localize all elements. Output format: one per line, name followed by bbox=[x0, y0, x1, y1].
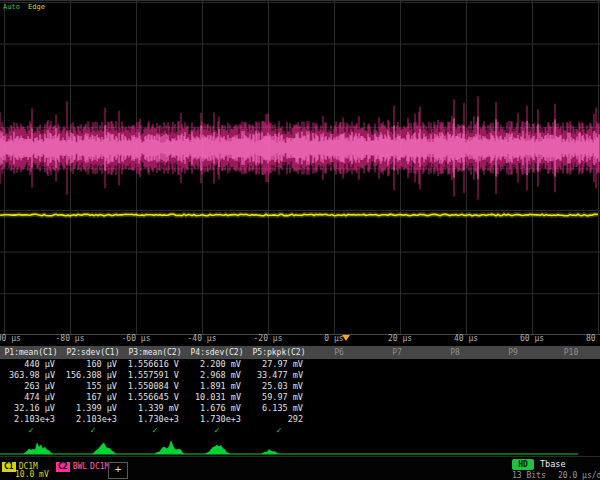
param-header[interactable]: P7 bbox=[368, 346, 426, 359]
stat-value: 1.556616 V bbox=[124, 359, 186, 370]
stat-row-sdev: 32.16 µV1.399 µV1.339 mV1.676 mV6.135 mV bbox=[0, 403, 600, 414]
bottom-bar: C1DC1M 10.0 mV C2BWLDC1M + HD Tbase 13 B… bbox=[0, 456, 600, 480]
time-tick: 0 µs bbox=[324, 334, 343, 343]
measurement-table: P1:mean(C1)P2:sdev(C1)P3:mean(C2)P4:sdev… bbox=[0, 346, 600, 436]
c1-line1: C1DC1M bbox=[2, 458, 49, 469]
adc-bits: 13 Bits bbox=[512, 471, 546, 480]
stat-value: 1.730e+3 bbox=[124, 414, 186, 425]
stat-value bbox=[542, 392, 600, 403]
measure-header-row: P1:mean(C1)P2:sdev(C1)P3:mean(C2)P4:sdev… bbox=[0, 346, 600, 359]
timebase-label[interactable]: Tbase bbox=[540, 459, 566, 469]
stat-value: 1.339 mV bbox=[124, 403, 186, 414]
stat-value: 59.97 mV bbox=[248, 392, 310, 403]
stat-value bbox=[542, 403, 600, 414]
stat-value bbox=[368, 370, 426, 381]
channel1-descriptor[interactable]: C1DC1M 10.0 mV bbox=[2, 458, 49, 480]
stat-row-mean: 363.98 µV156.308 µV1.557591 V2.968 mV33.… bbox=[0, 370, 600, 381]
stat-value: 474 µV bbox=[0, 392, 62, 403]
stat-value bbox=[310, 370, 368, 381]
stat-value: 10.031 mV bbox=[186, 392, 248, 403]
time-tick: 80 µs bbox=[586, 334, 600, 343]
stat-value: 1.891 mV bbox=[186, 381, 248, 392]
time-tick: -80 µs bbox=[56, 334, 85, 343]
stat-value: 1.676 mV bbox=[186, 403, 248, 414]
stat-value bbox=[426, 392, 484, 403]
timebase-scale: 20.0 µs/div bbox=[558, 471, 600, 480]
stat-value: 33.477 mV bbox=[248, 370, 310, 381]
status-check-icon: ✓ bbox=[62, 425, 124, 436]
stat-value: 167 µV bbox=[62, 392, 124, 403]
time-tick: 40 µs bbox=[454, 334, 478, 343]
stat-row-min: 263 µV155 µV1.550084 V1.891 mV25.03 mV bbox=[0, 381, 600, 392]
param-header[interactable]: P1:mean(C1) bbox=[0, 346, 62, 359]
stat-value: 1.399 µV bbox=[62, 403, 124, 414]
stat-value: 160 µV bbox=[62, 359, 124, 370]
stat-row-max: 474 µV167 µV1.556645 V10.031 mV59.97 mV bbox=[0, 392, 600, 403]
stat-value bbox=[310, 381, 368, 392]
time-tick: -20 µs bbox=[254, 334, 283, 343]
stat-value: 263 µV bbox=[0, 381, 62, 392]
param-header[interactable]: P5:pkpk(C2) bbox=[248, 346, 310, 359]
param-header[interactable]: P3:mean(C2) bbox=[124, 346, 186, 359]
waveform-display bbox=[0, 0, 600, 333]
param-header[interactable]: P10 bbox=[542, 346, 600, 359]
stat-value: 292 bbox=[248, 414, 310, 425]
stat-value: 440 µV bbox=[0, 359, 62, 370]
status-check-icon bbox=[484, 425, 542, 436]
histicons bbox=[0, 436, 600, 456]
status-check-icon: ✓ bbox=[124, 425, 186, 436]
stat-value: 363.98 µV bbox=[0, 370, 62, 381]
param-header[interactable]: P4:sdev(C2) bbox=[186, 346, 248, 359]
stat-value bbox=[368, 403, 426, 414]
stat-value bbox=[542, 414, 600, 425]
stat-value: 2.200 mV bbox=[186, 359, 248, 370]
status-check-icon: ✓ bbox=[248, 425, 310, 436]
param-header[interactable]: P8 bbox=[426, 346, 484, 359]
stat-value bbox=[542, 359, 600, 370]
stat-value bbox=[542, 370, 600, 381]
stat-value bbox=[484, 359, 542, 370]
stat-value bbox=[484, 403, 542, 414]
status-bar: Auto Edge bbox=[3, 3, 45, 11]
measure-body: 440 µV160 µV1.556616 V2.200 mV27.97 mV36… bbox=[0, 359, 600, 425]
stat-value: 6.135 mV bbox=[248, 403, 310, 414]
trigger-status[interactable]: Edge bbox=[28, 3, 45, 11]
param-header[interactable]: P6 bbox=[310, 346, 368, 359]
stat-value bbox=[426, 414, 484, 425]
stat-value: 1.730e+3 bbox=[186, 414, 248, 425]
acquisition-status[interactable]: Auto bbox=[3, 3, 20, 11]
stat-value: 32.16 µV bbox=[0, 403, 62, 414]
stat-value bbox=[310, 414, 368, 425]
c2-badge: C2 bbox=[56, 462, 70, 472]
histicon-path bbox=[23, 440, 279, 454]
hd-badge: HD bbox=[512, 459, 534, 470]
status-check-icon: ✓ bbox=[186, 425, 248, 436]
stat-value: 155 µV bbox=[62, 381, 124, 392]
param-header[interactable]: P2:sdev(C1) bbox=[62, 346, 124, 359]
status-check-icon bbox=[310, 425, 368, 436]
stat-value: 25.03 mV bbox=[248, 381, 310, 392]
time-tick: 60 µs bbox=[520, 334, 544, 343]
status-check-icon bbox=[426, 425, 484, 436]
c2-bwl: BWL bbox=[73, 462, 87, 471]
stat-value: 1.557591 V bbox=[124, 370, 186, 381]
trigger-position-marker[interactable] bbox=[342, 335, 350, 341]
stat-value bbox=[368, 381, 426, 392]
add-trace-button[interactable]: + bbox=[108, 462, 128, 479]
stat-value bbox=[426, 403, 484, 414]
oscilloscope-screen: Auto Edge -100 µs-80 µs-60 µs-40 µs-20 µ… bbox=[0, 0, 600, 480]
time-tick: -60 µs bbox=[122, 334, 151, 343]
c2-line1: C2BWLDC1M bbox=[56, 458, 112, 469]
time-tick: 20 µs bbox=[388, 334, 412, 343]
stat-value bbox=[484, 414, 542, 425]
stat-value: 2.103e+3 bbox=[62, 414, 124, 425]
time-tick: -100 µs bbox=[0, 334, 21, 343]
stat-value bbox=[310, 359, 368, 370]
stat-value bbox=[542, 381, 600, 392]
stat-value: 2.103e+3 bbox=[0, 414, 62, 425]
stat-value bbox=[310, 392, 368, 403]
stat-value: 1.556645 V bbox=[124, 392, 186, 403]
param-header[interactable]: P9 bbox=[484, 346, 542, 359]
channel2-descriptor[interactable]: C2BWLDC1M bbox=[56, 458, 112, 469]
stat-value bbox=[426, 381, 484, 392]
